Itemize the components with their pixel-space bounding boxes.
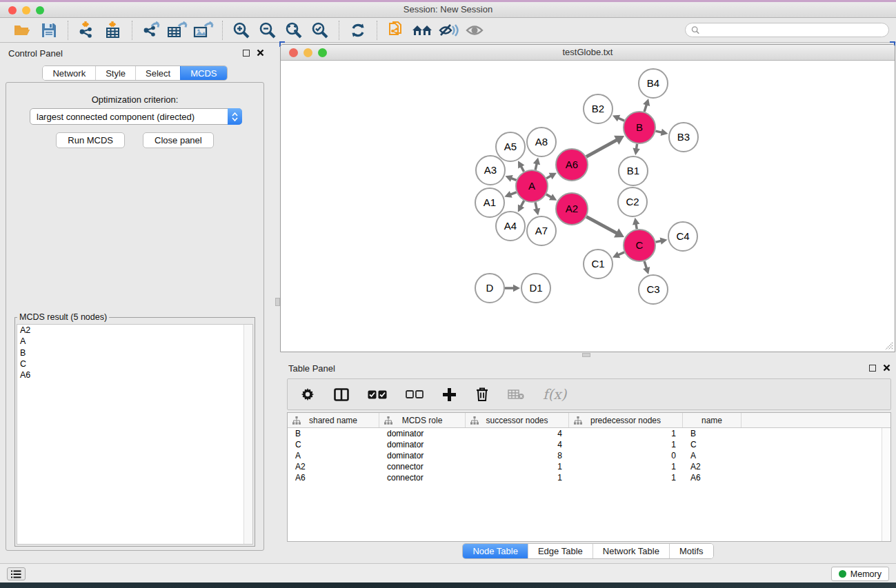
tab-motifs[interactable]: Motifs: [669, 544, 713, 558]
copy-network-icon[interactable]: [383, 20, 409, 41]
vertical-splitter-grip[interactable]: [275, 298, 280, 306]
graph-node-A3[interactable]: A3: [476, 156, 505, 185]
export-image-icon[interactable]: [190, 20, 217, 41]
export-table-icon[interactable]: [164, 20, 190, 41]
column-header-filler: [741, 413, 890, 427]
column-header-shared-name[interactable]: shared name: [288, 413, 379, 427]
table-body[interactable]: Bdominator41BCdominator41CAdominator80AA…: [288, 428, 890, 483]
network-window-titlebar[interactable]: testGlobe.txt: [281, 45, 895, 61]
horizontal-splitter-grip[interactable]: [582, 353, 590, 357]
mcds-result-item[interactable]: A: [17, 336, 252, 347]
network-view-window[interactable]: testGlobe.txt B4B2BB3A8A5A6A3B1AA1C2A2A4…: [280, 44, 895, 352]
memory-button[interactable]: Memory: [831, 567, 889, 581]
result-list-scrollbar[interactable]: [243, 325, 252, 544]
network-canvas[interactable]: B4B2BB3A8A5A6A3B1AA1C2A2A4A7C4CC1C3DD1: [281, 61, 895, 352]
table-cell: C: [683, 440, 741, 449]
import-table-icon[interactable]: [100, 20, 126, 41]
table-cell: dominator: [379, 440, 466, 449]
settings-gear-icon[interactable]: [300, 385, 315, 404]
table-row[interactable]: Adominator80A: [288, 450, 890, 461]
graph-node-A4[interactable]: A4: [496, 212, 525, 241]
import-network-icon[interactable]: [74, 20, 100, 41]
show-graphics-details-icon[interactable]: [461, 20, 488, 41]
graph-node-B[interactable]: B: [624, 112, 655, 143]
search-field[interactable]: [685, 23, 889, 37]
table-row[interactable]: Cdominator41C: [288, 439, 890, 450]
mcds-result-item[interactable]: A6: [17, 369, 252, 381]
close-panel-button[interactable]: Close panel: [143, 132, 214, 148]
graph-node-A7[interactable]: A7: [527, 216, 556, 245]
column-header-name[interactable]: name: [683, 413, 741, 427]
zoom-fit-icon[interactable]: [281, 20, 307, 41]
column-header-successor-nodes[interactable]: successor nodes: [466, 413, 569, 427]
split-columns-icon[interactable]: [334, 385, 349, 404]
two-houses-icon[interactable]: [409, 20, 435, 41]
graph-node-A8[interactable]: A8: [527, 128, 556, 156]
close-panel-icon[interactable]: [883, 364, 890, 372]
refresh-icon[interactable]: [345, 20, 371, 41]
column-header-MCDS-role[interactable]: MCDS role: [379, 413, 466, 427]
edge-arrowhead: [633, 148, 639, 156]
tab-mcds[interactable]: MCDS: [180, 66, 226, 80]
float-panel-icon[interactable]: [243, 50, 250, 57]
run-mcds-button[interactable]: Run MCDS: [56, 132, 125, 148]
table-scrollbar[interactable]: [882, 428, 890, 541]
mcds-result-list[interactable]: A2ABCA6: [17, 324, 253, 545]
window-resize-grip[interactable]: [884, 341, 893, 350]
graph-node-D[interactable]: D: [475, 274, 504, 303]
function-builder-icon[interactable]: f(x): [543, 385, 566, 404]
edge-A2-C[interactable]: [586, 216, 617, 233]
graph-node-B3[interactable]: B3: [669, 123, 698, 152]
graph-node-A1[interactable]: A1: [475, 188, 504, 217]
add-column-icon[interactable]: [442, 385, 457, 404]
tab-node-table[interactable]: Node Table: [463, 544, 528, 558]
search-input[interactable]: [703, 26, 883, 35]
table-toolbar: f(x): [287, 378, 891, 410]
mcds-result-item[interactable]: C: [17, 358, 252, 369]
graph-node-B2[interactable]: B2: [584, 94, 613, 123]
network-graph[interactable]: B4B2BB3A8A5A6A3B1AA1C2A2A4A7C4CC1C3DD1: [281, 61, 895, 352]
delete-table-icon[interactable]: [508, 385, 524, 404]
task-history-button[interactable]: [7, 567, 26, 580]
edge-A6-B[interactable]: [586, 139, 617, 156]
graph-node-C[interactable]: C: [624, 230, 655, 261]
mcds-result-item[interactable]: B: [17, 347, 252, 358]
tab-edge-table[interactable]: Edge Table: [528, 544, 593, 558]
graph-node-C3[interactable]: C3: [639, 275, 668, 304]
graph-node-B1[interactable]: B1: [619, 156, 648, 185]
zoom-selected-icon[interactable]: [307, 20, 333, 41]
optimization-criterion-select[interactable]: largest connected component (directed): [30, 108, 242, 125]
hide-graphics-details-icon[interactable]: [435, 20, 461, 41]
deselect-all-icon[interactable]: [406, 385, 424, 404]
tab-network[interactable]: Network: [43, 66, 95, 80]
graph-node-C1[interactable]: C1: [584, 250, 613, 278]
export-network-icon[interactable]: [138, 20, 164, 41]
node-label: D: [486, 282, 494, 294]
table-row[interactable]: Bdominator41B: [288, 428, 890, 439]
column-header-predecessor-nodes[interactable]: predecessor nodes: [569, 413, 683, 427]
tab-select[interactable]: Select: [135, 66, 180, 80]
select-all-icon[interactable]: [368, 385, 387, 404]
mcds-result-item[interactable]: A2: [17, 325, 252, 336]
graph-node-A5[interactable]: A5: [496, 132, 525, 161]
graph-node-B4[interactable]: B4: [639, 69, 668, 98]
zoom-in-icon[interactable]: [228, 20, 255, 41]
node-table[interactable]: shared nameMCDS rolesuccessor nodesprede…: [287, 412, 891, 542]
graph-node-A6[interactable]: A6: [556, 149, 588, 181]
graph-node-A2[interactable]: A2: [556, 193, 588, 225]
open-folder-icon[interactable]: [10, 20, 36, 41]
save-icon[interactable]: [36, 20, 62, 41]
table-row[interactable]: A6connector11A6: [288, 472, 890, 483]
graph-node-D1[interactable]: D1: [521, 274, 550, 303]
tab-style[interactable]: Style: [95, 66, 135, 80]
float-panel-icon[interactable]: [869, 365, 876, 372]
close-panel-icon[interactable]: [257, 49, 264, 57]
graph-node-C4[interactable]: C4: [668, 222, 697, 251]
control-panel-tabs: NetworkStyleSelectMCDS: [42, 65, 227, 81]
zoom-out-icon[interactable]: [255, 20, 281, 41]
graph-node-C2[interactable]: C2: [618, 187, 647, 216]
graph-node-A[interactable]: A: [516, 170, 548, 202]
table-row[interactable]: A2connector11A2: [288, 461, 890, 472]
delete-column-icon[interactable]: [475, 385, 489, 404]
tab-network-table[interactable]: Network Table: [593, 544, 669, 558]
